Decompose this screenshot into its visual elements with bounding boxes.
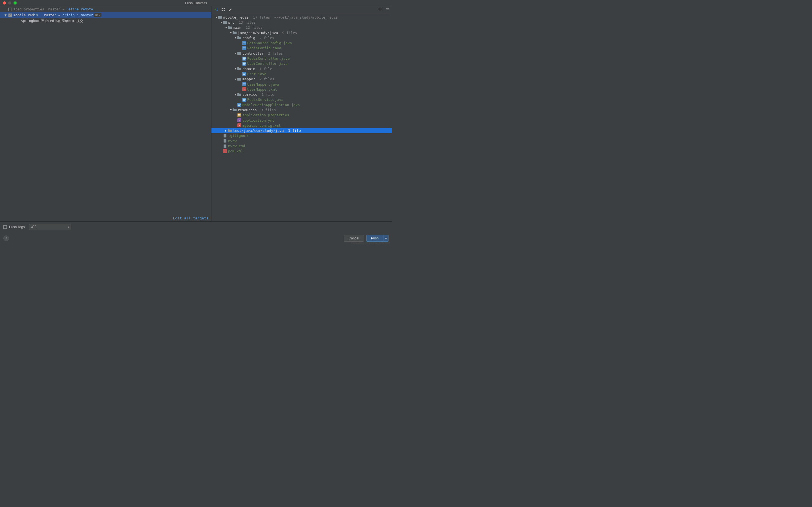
file-tree[interactable]: ▼mobile_redis 17 files ~/work/java_study…	[211, 14, 392, 221]
tree-row[interactable]: ▼src 13 files	[211, 20, 392, 25]
options-bar: Push Tags: All ▾	[0, 221, 392, 232]
svg-rect-19	[243, 64, 245, 65]
tree-arrow-icon[interactable]: ▼	[234, 67, 238, 70]
tree-row[interactable]: xpom.xml	[211, 149, 392, 154]
svg-text:x: x	[244, 88, 245, 91]
collapse-all-icon[interactable]	[385, 7, 390, 13]
tree-node-name: UserMapper.java	[247, 82, 279, 87]
tree-row[interactable]: User.java	[211, 71, 392, 76]
tree-node-count: 13 files	[235, 20, 256, 24]
repo-row[interactable]: load_properties master → Define remote	[0, 6, 211, 12]
tree-arrow-icon[interactable]: ▼	[234, 36, 238, 39]
tree-node-count: 1 file	[284, 128, 301, 133]
tree-arrow-icon[interactable]: ▼	[224, 26, 228, 29]
svg-rect-23	[243, 74, 245, 75]
tree-node-name: mobile_redis	[223, 15, 249, 19]
commit-message[interactable]: springboot整合redis的简单demo提交	[0, 18, 211, 24]
svg-rect-35	[238, 104, 241, 104]
tree-row[interactable]: ▼domain 1 file	[211, 66, 392, 71]
repo-checkbox[interactable]: ✓	[8, 13, 12, 17]
tree-node-name: pom.xml	[228, 149, 243, 153]
tree-row[interactable]: mvnw	[211, 138, 392, 144]
push-tags-combo[interactable]: All ▾	[29, 224, 71, 230]
tree-row[interactable]: ▼service 1 file	[211, 92, 392, 97]
tree-row[interactable]: ▼mobile_redis 17 files ~/work/java_study…	[211, 15, 392, 20]
tree-row[interactable]: RedisController.java	[211, 56, 392, 61]
push-tags-checkbox[interactable]	[3, 225, 7, 229]
edit-icon[interactable]	[229, 7, 233, 13]
dialog-buttons: ? Cancel Push ▾	[0, 232, 392, 244]
tree-node-name: mvnw	[228, 139, 237, 143]
tree-row[interactable]: xmybatis-config.xml	[211, 123, 392, 128]
svg-text:x: x	[224, 150, 226, 153]
remote-name-link[interactable]: origin	[62, 13, 74, 17]
minimize-icon	[8, 1, 11, 4]
svg-rect-27	[243, 85, 245, 86]
tree-node-name: RedisConfig.java	[247, 46, 281, 50]
files-panel: ▼mobile_redis 17 files ~/work/java_study…	[211, 6, 392, 221]
tree-arrow-icon[interactable]: ▶	[224, 129, 228, 132]
tree-arrow-icon[interactable]: ▼	[234, 93, 238, 96]
help-button[interactable]: ?	[3, 235, 9, 241]
tree-row[interactable]: UserController.java	[211, 61, 392, 66]
push-dropdown[interactable]: ▾	[384, 235, 389, 242]
remote-branch-link[interactable]: master	[81, 13, 93, 17]
svg-rect-45	[223, 134, 226, 137]
tree-row[interactable]: MobileRedisApplication.java	[211, 102, 392, 107]
svg-rect-47	[223, 145, 226, 148]
expand-all-icon[interactable]	[378, 7, 382, 13]
svg-rect-1	[223, 8, 225, 9]
tree-arrow-icon[interactable]: ▼	[234, 52, 238, 55]
window-title: Push Commits	[185, 1, 207, 5]
close-icon[interactable]	[3, 1, 6, 4]
tree-node-name: controller	[243, 51, 264, 55]
svg-rect-9	[243, 47, 246, 48]
collapse-icon[interactable]: ▼	[4, 13, 8, 17]
tree-row[interactable]: RedisService.java	[211, 97, 392, 102]
svg-rect-18	[243, 63, 246, 64]
chevron-down-icon: ▾	[67, 225, 69, 229]
tree-row[interactable]: ▼mapper 2 files	[211, 76, 392, 82]
tree-row[interactable]: ▼controller 2 files	[211, 51, 392, 56]
svg-rect-11	[243, 49, 245, 49]
tree-row[interactable]: ▼main 12 files	[211, 25, 392, 30]
edit-all-targets-link[interactable]: Edit all targets	[173, 216, 208, 220]
push-button[interactable]: Push	[366, 235, 384, 242]
tree-row[interactable]: .gitignore	[211, 133, 392, 138]
tree-arrow-icon[interactable]: ▼	[234, 78, 238, 80]
tree-row[interactable]: mvnw.cmd	[211, 144, 392, 149]
tree-row[interactable]: ▶test/java/com/study/java 1 file	[211, 128, 392, 133]
tree-row[interactable]: ▼resources 3 files	[211, 107, 392, 112]
define-remote-link[interactable]: Define remote	[66, 7, 93, 11]
diff-icon[interactable]	[214, 7, 218, 13]
tree-row[interactable]: RedisConfig.java	[211, 46, 392, 51]
tree-arrow-icon[interactable]: ▼	[229, 108, 233, 111]
tree-row[interactable]: DataSourceConfig.java	[211, 40, 392, 45]
tree-arrow-icon[interactable]: ▼	[220, 21, 223, 24]
group-icon[interactable]	[221, 7, 225, 13]
tree-arrow-icon[interactable]: ▼	[215, 16, 218, 18]
maximize-icon[interactable]	[13, 1, 17, 4]
cancel-button[interactable]: Cancel	[344, 235, 364, 242]
window-controls	[0, 1, 17, 4]
tree-row[interactable]: yapplication.yml	[211, 118, 392, 123]
repo-checkbox[interactable]	[8, 8, 12, 11]
tree-arrow-icon[interactable]: ▼	[229, 31, 233, 34]
tree-row[interactable]: ▼java/com/study/java 9 files	[211, 30, 392, 35]
tree-node-name: config	[243, 36, 255, 40]
tree-row[interactable]: UserMapper.java	[211, 82, 392, 87]
tree-row[interactable]: application.properties	[211, 113, 392, 118]
repo-row-selected[interactable]: ▼ ✓ mobile_redis master → origin : maste…	[0, 12, 211, 18]
tree-row[interactable]: ▼config 2 files	[211, 35, 392, 40]
svg-rect-15	[243, 59, 245, 60]
tree-node-count: 2 files	[255, 77, 274, 81]
tree-row[interactable]: xUserMapper.xml	[211, 87, 392, 92]
tree-node-count: 1 file	[255, 67, 272, 71]
tree-node-name: application.properties	[243, 113, 289, 117]
svg-rect-36	[238, 105, 241, 105]
tree-node-name: domain	[243, 67, 255, 71]
tree-node-name: RedisService.java	[247, 98, 283, 102]
svg-text:y: y	[239, 119, 240, 122]
tree-node-name: application.yml	[243, 118, 274, 122]
titlebar: Push Commits	[0, 0, 392, 6]
